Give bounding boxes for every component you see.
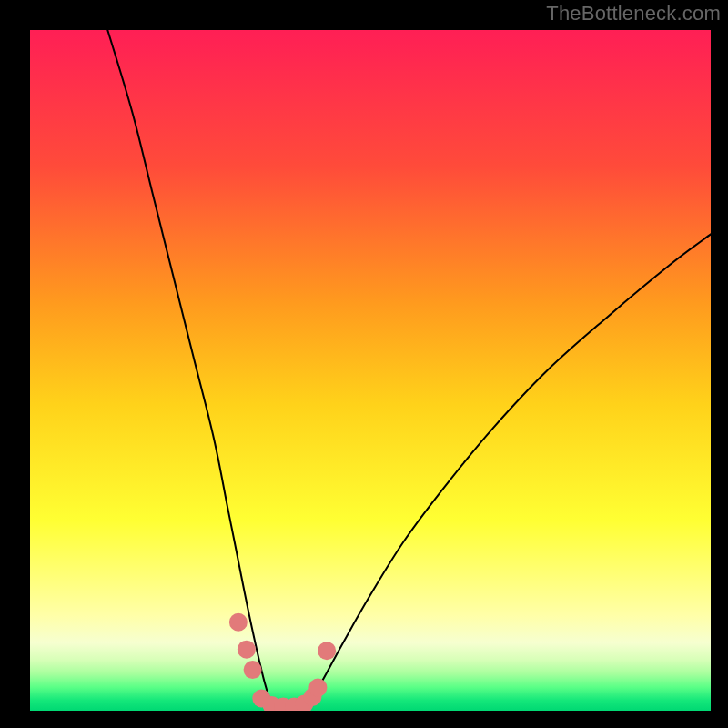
dot-marker [244,661,262,679]
dot-marker [229,613,248,632]
dot-marker [318,642,336,660]
chart-frame: TheBottleneck.com [0,0,728,728]
gradient-background [30,30,711,711]
dot-marker [238,641,256,659]
plot-area [30,30,711,711]
watermark-text: TheBottleneck.com [546,2,721,25]
dot-marker [308,679,327,697]
plot-svg [30,30,711,711]
